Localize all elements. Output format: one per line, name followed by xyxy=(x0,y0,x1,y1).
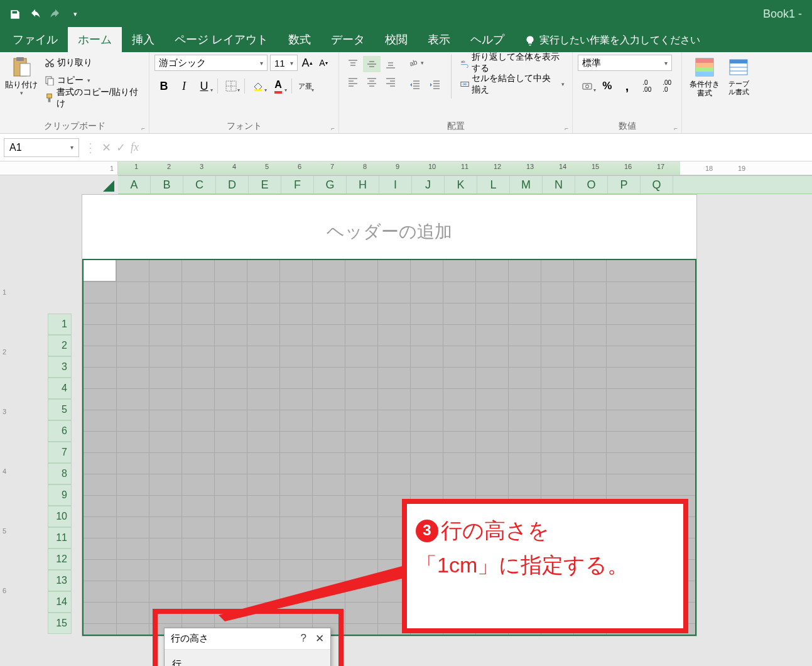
wrap-label: 折り返して全体を表示する xyxy=(472,52,565,74)
tab-help[interactable]: ヘルプ xyxy=(460,27,514,52)
row-header[interactable]: 13 xyxy=(48,570,72,591)
align-right-button[interactable] xyxy=(382,74,399,90)
tab-file[interactable]: ファイル xyxy=(3,27,68,52)
increase-decimal-button[interactable]: .0.00 xyxy=(637,77,656,95)
fill-color-button[interactable]: ▾ xyxy=(249,77,268,95)
column-header[interactable]: D xyxy=(216,176,249,194)
row-header[interactable]: 2 xyxy=(48,335,72,356)
tab-home[interactable]: ホーム xyxy=(68,27,122,52)
undo-icon[interactable] xyxy=(25,4,45,25)
ruler-mark: 11 xyxy=(461,163,468,170)
fx-icon[interactable]: fx xyxy=(131,141,139,154)
number-launcher-icon[interactable]: ⌐ xyxy=(674,125,678,132)
align-center-button[interactable] xyxy=(363,74,381,90)
brush-icon xyxy=(45,93,54,103)
row-header[interactable]: 11 xyxy=(48,527,72,549)
decrease-indent-button[interactable] xyxy=(406,76,425,94)
dialog-close-icon[interactable]: ✕ xyxy=(315,632,324,645)
font-launcher-icon[interactable]: ⌐ xyxy=(331,125,335,132)
font-size-combo[interactable]: 11▾ xyxy=(270,55,298,71)
font-name-combo[interactable]: 游ゴシック▾ xyxy=(154,55,268,71)
column-header[interactable]: H xyxy=(347,176,379,194)
merge-center-button[interactable]: セルを結合して中央揃え▾ xyxy=(458,76,567,92)
save-icon[interactable] xyxy=(5,4,25,25)
align-middle-button[interactable] xyxy=(363,56,381,72)
column-header[interactable]: A xyxy=(118,176,151,194)
column-header[interactable]: F xyxy=(281,176,314,194)
row-header[interactable]: 9 xyxy=(48,484,72,506)
active-cell[interactable] xyxy=(84,260,116,281)
column-header[interactable]: N xyxy=(543,176,575,194)
row-header[interactable]: 7 xyxy=(48,442,72,463)
tab-view[interactable]: 表示 xyxy=(418,27,460,52)
font-color-button[interactable]: A▾ xyxy=(269,77,288,95)
row-header[interactable]: 5 xyxy=(48,399,72,420)
wrap-text-button[interactable]: ab 折り返して全体を表示する xyxy=(458,55,567,71)
column-header[interactable]: J xyxy=(412,176,445,194)
cond-format-label: 条件付き書式 xyxy=(687,80,722,98)
redo-icon[interactable] xyxy=(45,4,65,25)
row-header[interactable]: 3 xyxy=(48,356,72,378)
formula-input[interactable] xyxy=(144,138,808,157)
column-header[interactable]: K xyxy=(445,176,477,194)
column-header[interactable]: L xyxy=(477,176,510,194)
qat-customize-icon[interactable]: ▾ xyxy=(65,4,85,25)
underline-button[interactable]: U▾ xyxy=(195,77,214,95)
column-header[interactable]: Q xyxy=(641,176,673,194)
grow-font-button[interactable]: A▴ xyxy=(300,55,314,71)
row-header[interactable]: 6 xyxy=(48,420,72,442)
align-top-button[interactable] xyxy=(344,56,362,72)
separator xyxy=(217,79,218,94)
increase-indent-button[interactable] xyxy=(426,76,445,94)
orientation-button[interactable]: ab▾ xyxy=(406,55,445,71)
percent-button[interactable]: % xyxy=(598,77,617,95)
number-format-combo[interactable]: 標準▾ xyxy=(578,55,672,71)
row-header[interactable]: 12 xyxy=(48,549,72,570)
conditional-formatting-button[interactable]: 条件付き書式 xyxy=(687,55,722,133)
comma-button[interactable]: , xyxy=(618,77,637,95)
name-box[interactable]: A1▾ xyxy=(4,138,79,157)
cut-button[interactable]: 切り取り xyxy=(42,55,144,71)
column-header[interactable]: G xyxy=(314,176,347,194)
tell-me-search[interactable]: 実行したい作業を入力してください xyxy=(514,29,710,52)
italic-button[interactable]: I xyxy=(175,77,193,95)
separator xyxy=(451,55,452,99)
row-header[interactable]: 1 xyxy=(48,314,72,335)
tab-formulas[interactable]: 数式 xyxy=(278,27,321,52)
select-all-corner[interactable] xyxy=(0,175,118,194)
borders-button[interactable]: ▾ xyxy=(222,77,241,95)
bold-button[interactable]: B xyxy=(154,77,173,95)
align-left-button[interactable] xyxy=(344,74,362,90)
row-header[interactable]: 14 xyxy=(48,591,72,613)
row-header[interactable]: 8 xyxy=(48,463,72,484)
column-header[interactable]: B xyxy=(151,176,183,194)
ribbon-tabs: ファイル ホーム 挿入 ページ レイアウト 数式 データ 校閲 表示 ヘルプ 実… xyxy=(0,28,812,52)
phonetic-button[interactable]: ア亜▾ xyxy=(296,77,315,95)
decrease-decimal-button[interactable]: .00.0 xyxy=(658,77,676,95)
column-header[interactable]: M xyxy=(510,176,543,194)
format-painter-button[interactable]: 書式のコピー/貼り付け xyxy=(42,90,144,106)
header-placeholder[interactable]: ヘッダーの追加 xyxy=(82,220,696,244)
cancel-formula-icon[interactable]: ✕ xyxy=(102,141,111,155)
column-header[interactable]: C xyxy=(183,176,216,194)
column-header[interactable]: E xyxy=(249,176,281,194)
clipboard-launcher-icon[interactable]: ⌐ xyxy=(141,125,145,132)
tab-insert[interactable]: 挿入 xyxy=(122,27,165,52)
table-format-button[interactable]: テーブル書式 xyxy=(726,55,751,133)
shrink-font-button[interactable]: A▾ xyxy=(317,55,330,71)
column-header[interactable]: I xyxy=(379,176,412,194)
row-header[interactable]: 4 xyxy=(48,378,72,399)
paste-button[interactable]: 貼り付け ▾ xyxy=(5,55,38,119)
column-header[interactable]: P xyxy=(608,176,641,194)
enter-formula-icon[interactable]: ✓ xyxy=(116,141,126,155)
dialog-help-icon[interactable]: ? xyxy=(301,632,306,645)
tab-page-layout[interactable]: ページ レイアウト xyxy=(165,27,278,52)
accounting-format-button[interactable]: ▾ xyxy=(578,77,597,95)
column-header[interactable]: O xyxy=(575,176,608,194)
row-header[interactable]: 15 xyxy=(48,613,72,634)
align-bottom-button[interactable] xyxy=(382,56,399,72)
alignment-launcher-icon[interactable]: ⌐ xyxy=(565,125,568,132)
tab-data[interactable]: データ xyxy=(321,27,375,52)
row-header[interactable]: 10 xyxy=(48,506,72,527)
tab-review[interactable]: 校閲 xyxy=(375,27,418,52)
